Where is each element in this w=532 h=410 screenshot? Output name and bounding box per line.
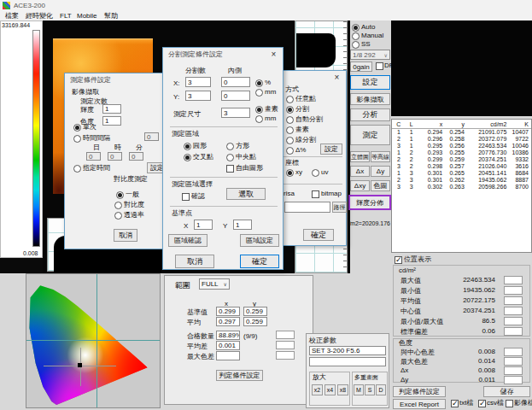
average-y-field[interactable]: 0.259 — [243, 317, 267, 326]
base-x-field[interactable]: 1 — [194, 220, 213, 230]
measure-button[interactable]: 測定 — [350, 125, 390, 145]
position-display-checkbox[interactable] — [395, 256, 402, 264]
preview-thumbnail[interactable] — [391, 20, 532, 116]
stat-flag-box[interactable] — [504, 366, 523, 375]
range-select[interactable]: FULL ∨ — [199, 278, 230, 290]
table-row[interactable]: 310.2950.25622463.53410046 — [392, 143, 531, 149]
range-judge-button[interactable]: 判定條件設定 — [216, 370, 263, 381]
chroma-count-field[interactable]: 1 — [102, 116, 121, 126]
contour-button[interactable]: 等高線 — [371, 151, 390, 162]
zoom-x2-button[interactable]: x2 — [312, 384, 323, 395]
base-y-field[interactable]: 1 — [233, 220, 252, 230]
area-confirm-button[interactable]: 區域確認 — [168, 234, 208, 247]
free-shape-checkbox[interactable] — [226, 165, 234, 173]
x-div-field[interactable]: 3 — [185, 77, 211, 87]
single-radio[interactable] — [73, 124, 81, 132]
luminance-distribution-button[interactable]: 輝度分佈 — [348, 195, 391, 210]
ok-button[interactable]: 確定 — [240, 255, 279, 268]
dialog-title-bar[interactable]: 分割測定條件設定 × — [164, 49, 282, 60]
area-set-button[interactable]: 區域設定 — [240, 234, 279, 247]
stat-flag-box[interactable] — [504, 357, 523, 366]
rect-radio[interactable] — [226, 143, 234, 150]
table-row[interactable]: 210.2960.25820372.0799722 — [392, 136, 531, 143]
percent-radio[interactable] — [255, 79, 263, 87]
cancel-button[interactable]: 取消 — [175, 255, 214, 268]
auto-split-radio[interactable] — [286, 116, 294, 124]
table-row[interactable]: 330.3020.26320598.2668700 — [392, 184, 531, 190]
ok-button[interactable]: 確定 — [303, 229, 334, 241]
average-x-field[interactable]: 0.297 — [216, 317, 240, 326]
delta-xy-button[interactable]: Δxy — [350, 180, 370, 191]
menu-item-timelapse[interactable]: 經時變化 — [26, 12, 53, 20]
stat-flag-box[interactable] — [504, 317, 523, 325]
specified-time-radio[interactable] — [73, 165, 81, 173]
zero-gain-button[interactable]: 0gain — [350, 62, 372, 72]
center-radio[interactable] — [226, 154, 234, 161]
radio-auto[interactable] — [352, 24, 360, 32]
stat-flag-box[interactable] — [504, 327, 523, 336]
table-row[interactable]: 320.2980.25721026.0403616 — [392, 163, 531, 170]
radio-ss[interactable] — [352, 41, 360, 49]
stat-flag-box[interactable] — [504, 348, 523, 356]
calibration-value-field-2[interactable] — [309, 357, 386, 366]
size-field[interactable]: 3 — [221, 108, 250, 118]
general-radio[interactable] — [116, 191, 124, 199]
multiscreen-m-button[interactable]: M — [354, 384, 364, 395]
menu-item-mobile[interactable]: Mobile — [77, 12, 97, 20]
y-inner-field[interactable]: 0 — [221, 91, 250, 101]
delta-y-button[interactable]: Δy — [371, 166, 390, 177]
csv-checkbox[interactable] — [478, 400, 486, 407]
multiscreen-d-button[interactable]: D — [376, 384, 386, 395]
table-row[interactable]: 130.3010.26520451.1418684 — [392, 170, 531, 177]
split-radio[interactable] — [286, 106, 294, 114]
calibration-value-field[interactable]: SET 3-200 F5.6 — [309, 346, 386, 355]
dr-checkbox[interactable] — [376, 62, 383, 70]
interval-radio[interactable] — [73, 135, 81, 143]
capture-button[interactable]: 影像擷取 — [350, 93, 390, 105]
stat-flag-box[interactable] — [504, 376, 523, 384]
circle-radio[interactable] — [184, 143, 191, 150]
mm-unit-radio[interactable] — [255, 115, 263, 123]
path-button[interactable]: 路徑 — [332, 202, 347, 213]
cie-marker[interactable] — [78, 363, 82, 367]
stat-flag-box[interactable] — [504, 296, 523, 305]
judge-condition-button[interactable]: 判定條件設定 — [393, 386, 446, 397]
image-file-checkbox[interactable] — [506, 400, 513, 407]
save-button[interactable]: 儲存 — [483, 386, 530, 397]
close-icon[interactable]: × — [267, 50, 280, 60]
delta-x-button[interactable]: Δx — [350, 166, 370, 177]
stat-flag-box[interactable] — [504, 286, 523, 295]
cie-diagram-panel[interactable] — [26, 273, 161, 408]
result-flag-box[interactable] — [276, 331, 295, 339]
txt-checkbox[interactable] — [451, 400, 459, 407]
result-flag-box[interactable] — [276, 351, 295, 360]
menu-item-flt[interactable]: FLT — [60, 12, 72, 20]
pixel-radio[interactable] — [286, 126, 294, 134]
xy-radio[interactable] — [286, 169, 294, 177]
x-inner-field[interactable]: 0 — [221, 77, 250, 87]
dialog-title-bar[interactable]: 測定條件設定 — [66, 74, 167, 85]
zoom-x8-button[interactable]: x8 — [337, 384, 348, 395]
table-row[interactable]: 120.2930.25520776.73010386 — [392, 149, 531, 156]
uv-radio[interactable] — [312, 169, 319, 177]
table-row[interactable]: 220.2990.25920374.2519332 — [392, 156, 531, 163]
analyze-button[interactable]: 分析 — [350, 108, 390, 121]
luminance-count-field[interactable]: 1 — [102, 104, 121, 114]
cross-radio[interactable] — [184, 154, 191, 161]
delta-percent-radio[interactable] — [286, 147, 294, 155]
stereo-button[interactable]: 立體圖 — [350, 151, 370, 162]
transmittance-radio[interactable] — [114, 212, 122, 220]
stat-flag-box[interactable] — [504, 276, 523, 284]
cancel-button[interactable]: 取消 — [114, 229, 137, 242]
result-flag-box[interactable] — [276, 341, 295, 349]
line-split-radio[interactable] — [286, 137, 294, 144]
colormap-button[interactable]: 色圖 — [371, 180, 390, 191]
menu-item-help[interactable]: 幫助 — [104, 12, 118, 20]
multiscreen-s-button[interactable]: S — [365, 384, 375, 395]
confirm-checkbox[interactable] — [182, 193, 190, 201]
menu-item-file[interactable]: 檔案 — [5, 12, 19, 20]
shutter-select[interactable]: 1/8 292 ∨ — [350, 50, 390, 60]
stat-flag-box[interactable] — [504, 307, 523, 315]
method-set-button[interactable]: 設定 — [320, 144, 342, 155]
table-row[interactable]: 110.2940.25421091.07510407 — [392, 129, 531, 136]
